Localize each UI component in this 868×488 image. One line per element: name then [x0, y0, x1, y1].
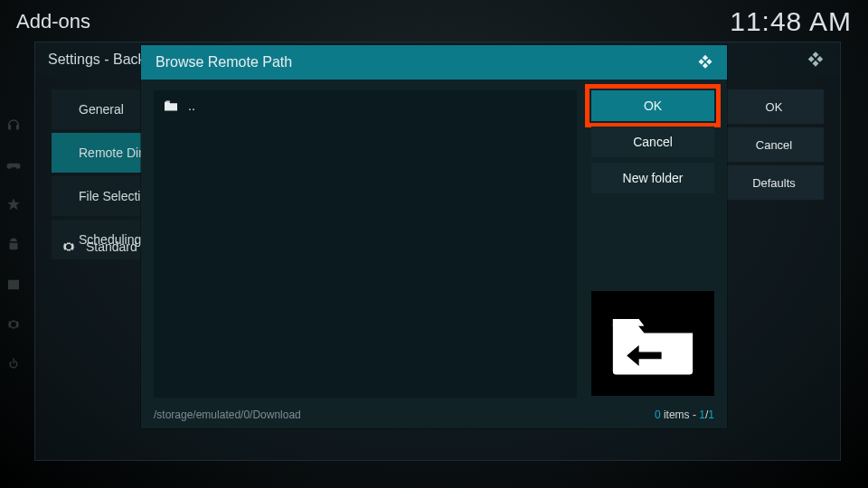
folder-up-icon: [163, 99, 179, 112]
kodi-logo-icon: [806, 48, 826, 71]
settings-level[interactable]: Standard: [52, 230, 137, 263]
current-path: /storage/emulated/0/Download: [154, 408, 301, 421]
kodi-logo-icon: [696, 52, 714, 73]
star-icon: [5, 197, 22, 213]
dialog-preview: [591, 291, 714, 396]
power-icon: [5, 356, 22, 372]
dialog-cancel-button[interactable]: Cancel: [591, 127, 714, 157]
dialog-new-folder-button[interactable]: New folder: [591, 163, 714, 193]
dialog-actions: OK Cancel New folder: [591, 90, 714, 193]
dialog-title: Browse Remote Path: [156, 54, 292, 70]
card-ok-button[interactable]: OK: [724, 89, 824, 124]
card-button-column: OK Cancel Defaults: [724, 89, 824, 200]
items-count: 0 items - 1/1: [655, 408, 714, 421]
settings-icon: [5, 316, 22, 333]
list-item-parent[interactable]: ..: [154, 90, 577, 121]
android-icon: [5, 237, 22, 253]
left-rail: [0, 117, 27, 372]
card-cancel-button[interactable]: Cancel: [724, 127, 824, 162]
path-list[interactable]: ..: [154, 90, 577, 398]
gear-icon: [61, 239, 77, 255]
settings-level-label: Standard: [86, 239, 137, 254]
headphones-icon: [5, 117, 22, 134]
picture-icon: [5, 277, 22, 293]
clock: 11:48 AM: [730, 6, 852, 37]
browse-dialog: Browse Remote Path .. OK Cancel New fold…: [141, 45, 727, 428]
list-item-label: ..: [188, 99, 195, 113]
dialog-ok-button[interactable]: OK: [591, 90, 714, 121]
page-title: Add-ons: [16, 10, 90, 33]
folder-back-icon: [609, 308, 696, 379]
card-defaults-button[interactable]: Defaults: [724, 165, 824, 200]
gamepad-icon: [5, 157, 22, 174]
